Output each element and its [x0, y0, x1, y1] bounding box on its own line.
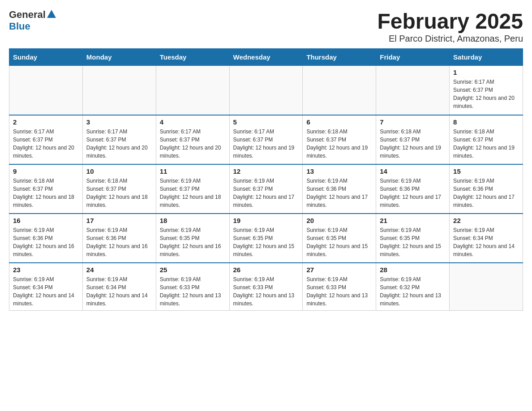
- day-number: 24: [86, 266, 152, 274]
- day-number: 25: [160, 266, 226, 274]
- header-wednesday: Wednesday: [229, 49, 303, 66]
- day-number: 28: [380, 266, 446, 274]
- day-number: 15: [453, 167, 519, 175]
- calendar-cell: 8Sunrise: 6:18 AMSunset: 6:37 PMDaylight…: [450, 115, 523, 164]
- day-number: 12: [233, 167, 299, 175]
- calendar-table: Sunday Monday Tuesday Wednesday Thursday…: [9, 48, 523, 311]
- calendar-cell: 9Sunrise: 6:18 AMSunset: 6:37 PMDaylight…: [9, 164, 83, 214]
- day-number: 19: [233, 217, 299, 224]
- day-info: Sunrise: 6:19 AMSunset: 6:33 PMDaylight:…: [233, 275, 299, 308]
- calendar-cell: 1Sunrise: 6:17 AMSunset: 6:37 PMDaylight…: [450, 66, 523, 115]
- header-sunday: Sunday: [9, 49, 83, 66]
- calendar-cell: 22Sunrise: 6:19 AMSunset: 6:34 PMDayligh…: [450, 214, 523, 263]
- day-number: 21: [380, 217, 446, 224]
- day-number: 9: [13, 167, 79, 175]
- calendar-title: February 2025: [377, 9, 523, 34]
- header-tuesday: Tuesday: [156, 49, 229, 66]
- header-monday: Monday: [82, 49, 156, 66]
- calendar-cell: [82, 66, 156, 115]
- day-number: 16: [13, 217, 79, 224]
- calendar-cell: 20Sunrise: 6:19 AMSunset: 6:35 PMDayligh…: [303, 214, 376, 263]
- calendar-cell: [156, 66, 229, 115]
- calendar-cell: 7Sunrise: 6:18 AMSunset: 6:37 PMDaylight…: [376, 115, 450, 164]
- day-info: Sunrise: 6:19 AMSunset: 6:37 PMDaylight:…: [160, 177, 226, 209]
- calendar-cell: [450, 263, 523, 311]
- calendar-cell: 6Sunrise: 6:18 AMSunset: 6:37 PMDaylight…: [303, 115, 376, 164]
- calendar-cell: [303, 66, 376, 115]
- logo: General Blue: [9, 9, 56, 32]
- day-number: 18: [160, 217, 226, 224]
- calendar-cell: 25Sunrise: 6:19 AMSunset: 6:33 PMDayligh…: [156, 263, 229, 311]
- calendar-cell: 24Sunrise: 6:19 AMSunset: 6:34 PMDayligh…: [82, 263, 156, 311]
- day-number: 26: [233, 266, 299, 274]
- calendar-week-row: 1Sunrise: 6:17 AMSunset: 6:37 PMDaylight…: [9, 66, 523, 115]
- day-info: Sunrise: 6:19 AMSunset: 6:32 PMDaylight:…: [380, 275, 446, 308]
- calendar-cell: 2Sunrise: 6:17 AMSunset: 6:37 PMDaylight…: [9, 115, 83, 164]
- day-number: 13: [306, 167, 372, 175]
- day-info: Sunrise: 6:19 AMSunset: 6:35 PMDaylight:…: [306, 226, 372, 258]
- day-number: 10: [86, 167, 152, 175]
- calendar-cell: 18Sunrise: 6:19 AMSunset: 6:35 PMDayligh…: [156, 214, 229, 263]
- day-number: 14: [380, 167, 446, 175]
- day-number: 5: [233, 118, 299, 126]
- day-info: Sunrise: 6:19 AMSunset: 6:34 PMDaylight:…: [86, 275, 152, 308]
- day-number: 27: [306, 266, 372, 274]
- day-info: Sunrise: 6:18 AMSunset: 6:37 PMDaylight:…: [453, 128, 519, 160]
- day-number: 3: [86, 118, 152, 126]
- day-number: 8: [453, 118, 519, 126]
- day-info: Sunrise: 6:18 AMSunset: 6:37 PMDaylight:…: [380, 128, 446, 160]
- day-number: 22: [453, 217, 519, 224]
- calendar-cell: 5Sunrise: 6:17 AMSunset: 6:37 PMDaylight…: [229, 115, 303, 164]
- day-info: Sunrise: 6:18 AMSunset: 6:37 PMDaylight:…: [86, 177, 152, 209]
- calendar-subtitle: El Parco District, Amazonas, Peru: [377, 34, 523, 44]
- day-info: Sunrise: 6:19 AMSunset: 6:36 PMDaylight:…: [306, 177, 372, 209]
- day-number: 17: [86, 217, 152, 224]
- logo-general-text: General: [9, 9, 46, 20]
- day-info: Sunrise: 6:18 AMSunset: 6:37 PMDaylight:…: [306, 128, 372, 160]
- day-number: 11: [160, 167, 226, 175]
- day-number: 6: [306, 118, 372, 126]
- day-info: Sunrise: 6:19 AMSunset: 6:35 PMDaylight:…: [233, 226, 299, 258]
- calendar-week-row: 23Sunrise: 6:19 AMSunset: 6:34 PMDayligh…: [9, 263, 523, 311]
- day-info: Sunrise: 6:19 AMSunset: 6:35 PMDaylight:…: [160, 226, 226, 258]
- logo-blue-text: Blue: [9, 21, 56, 32]
- day-info: Sunrise: 6:19 AMSunset: 6:34 PMDaylight:…: [13, 275, 79, 308]
- day-info: Sunrise: 6:19 AMSunset: 6:36 PMDaylight:…: [380, 177, 446, 209]
- calendar-cell: 16Sunrise: 6:19 AMSunset: 6:36 PMDayligh…: [9, 214, 83, 263]
- day-info: Sunrise: 6:19 AMSunset: 6:36 PMDaylight:…: [86, 226, 152, 258]
- calendar-cell: 19Sunrise: 6:19 AMSunset: 6:35 PMDayligh…: [229, 214, 303, 263]
- calendar-week-row: 16Sunrise: 6:19 AMSunset: 6:36 PMDayligh…: [9, 214, 523, 263]
- calendar-cell: 26Sunrise: 6:19 AMSunset: 6:33 PMDayligh…: [229, 263, 303, 311]
- day-info: Sunrise: 6:17 AMSunset: 6:37 PMDaylight:…: [86, 128, 152, 160]
- title-block: February 2025 El Parco District, Amazona…: [377, 9, 523, 44]
- logo-triangle-icon: [47, 10, 56, 18]
- day-number: 20: [306, 217, 372, 224]
- weekday-header-row: Sunday Monday Tuesday Wednesday Thursday…: [9, 49, 523, 66]
- logo-mark: General Blue: [9, 9, 56, 32]
- calendar-cell: 13Sunrise: 6:19 AMSunset: 6:36 PMDayligh…: [303, 164, 376, 214]
- day-info: Sunrise: 6:17 AMSunset: 6:37 PMDaylight:…: [13, 128, 79, 160]
- day-info: Sunrise: 6:17 AMSunset: 6:37 PMDaylight:…: [453, 78, 519, 110]
- calendar-week-row: 9Sunrise: 6:18 AMSunset: 6:37 PMDaylight…: [9, 164, 523, 214]
- header-saturday: Saturday: [450, 49, 523, 66]
- day-info: Sunrise: 6:19 AMSunset: 6:36 PMDaylight:…: [13, 226, 79, 258]
- calendar-cell: 12Sunrise: 6:19 AMSunset: 6:37 PMDayligh…: [229, 164, 303, 214]
- calendar-cell: 28Sunrise: 6:19 AMSunset: 6:32 PMDayligh…: [376, 263, 450, 311]
- day-info: Sunrise: 6:19 AMSunset: 6:37 PMDaylight:…: [233, 177, 299, 209]
- calendar-cell: 17Sunrise: 6:19 AMSunset: 6:36 PMDayligh…: [82, 214, 156, 263]
- calendar-cell: 11Sunrise: 6:19 AMSunset: 6:37 PMDayligh…: [156, 164, 229, 214]
- day-info: Sunrise: 6:18 AMSunset: 6:37 PMDaylight:…: [13, 177, 79, 209]
- day-info: Sunrise: 6:17 AMSunset: 6:37 PMDaylight:…: [233, 128, 299, 160]
- calendar-cell: 27Sunrise: 6:19 AMSunset: 6:33 PMDayligh…: [303, 263, 376, 311]
- day-info: Sunrise: 6:19 AMSunset: 6:33 PMDaylight:…: [306, 275, 372, 308]
- calendar-cell: [376, 66, 450, 115]
- day-info: Sunrise: 6:19 AMSunset: 6:34 PMDaylight:…: [453, 226, 519, 258]
- day-info: Sunrise: 6:19 AMSunset: 6:36 PMDaylight:…: [453, 177, 519, 209]
- header-thursday: Thursday: [303, 49, 376, 66]
- day-number: 7: [380, 118, 446, 126]
- day-info: Sunrise: 6:19 AMSunset: 6:35 PMDaylight:…: [380, 226, 446, 258]
- header-friday: Friday: [376, 49, 450, 66]
- day-info: Sunrise: 6:17 AMSunset: 6:37 PMDaylight:…: [160, 128, 226, 160]
- calendar-cell: 3Sunrise: 6:17 AMSunset: 6:37 PMDaylight…: [82, 115, 156, 164]
- page-header: General Blue February 2025 El Parco Dist…: [9, 9, 523, 44]
